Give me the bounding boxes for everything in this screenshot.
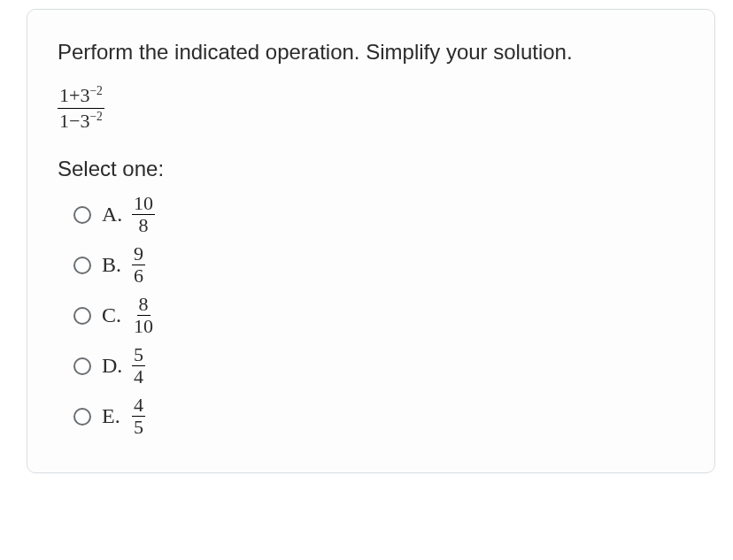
expression-numerator: 1+3−2 xyxy=(58,84,104,109)
select-one-label: Select one: xyxy=(58,157,684,181)
num-exp: −2 xyxy=(89,84,103,97)
option-b-label: B. 9 6 xyxy=(102,244,145,286)
option-e-label: E. 4 5 xyxy=(102,395,145,437)
option-c[interactable]: C. 8 10 xyxy=(73,295,684,336)
option-letter: C. xyxy=(102,303,125,327)
option-fraction: 10 8 xyxy=(132,194,155,235)
option-letter: B. xyxy=(102,253,125,277)
option-letter: E. xyxy=(102,404,125,428)
frac-denom: 10 xyxy=(132,316,155,336)
frac-numer: 9 xyxy=(132,244,145,265)
frac-numer: 5 xyxy=(132,345,145,366)
frac-numer: 4 xyxy=(132,395,145,417)
question-card: Perform the indicated operation. Simplif… xyxy=(27,9,715,473)
frac-denom: 6 xyxy=(132,265,145,286)
radio-b[interactable] xyxy=(73,257,91,274)
frac-denom: 8 xyxy=(137,215,150,235)
question-expression: 1+3−2 1−3−2 xyxy=(58,84,104,132)
den-exp: −2 xyxy=(89,110,103,123)
radio-e[interactable] xyxy=(73,408,91,426)
option-b[interactable]: B. 9 6 xyxy=(73,244,684,286)
option-d[interactable]: D. 5 4 xyxy=(73,345,684,387)
radio-c[interactable] xyxy=(73,307,91,325)
option-letter: D. xyxy=(102,354,125,378)
frac-denom: 5 xyxy=(132,417,145,437)
radio-a[interactable] xyxy=(73,206,91,224)
option-fraction: 9 6 xyxy=(132,244,145,286)
option-e[interactable]: E. 4 5 xyxy=(73,395,684,437)
option-d-label: D. 5 4 xyxy=(102,345,145,387)
den-base: 1−3 xyxy=(59,110,89,132)
expression-denominator: 1−3−2 xyxy=(58,109,104,133)
frac-numer: 10 xyxy=(132,194,155,215)
option-letter: A. xyxy=(102,203,125,226)
option-c-label: C. 8 10 xyxy=(102,295,155,336)
option-fraction: 4 5 xyxy=(132,395,145,437)
options-list: A. 10 8 B. 9 6 C. 8 xyxy=(58,194,684,437)
option-a[interactable]: A. 10 8 xyxy=(73,194,684,235)
radio-d[interactable] xyxy=(73,357,91,375)
question-prompt: Perform the indicated operation. Simplif… xyxy=(58,36,684,68)
option-a-label: A. 10 8 xyxy=(102,194,155,235)
frac-denom: 4 xyxy=(132,366,145,387)
option-fraction: 5 4 xyxy=(132,345,145,387)
option-fraction: 8 10 xyxy=(132,295,155,336)
num-base: 1+3 xyxy=(59,84,89,106)
frac-numer: 8 xyxy=(137,295,150,316)
